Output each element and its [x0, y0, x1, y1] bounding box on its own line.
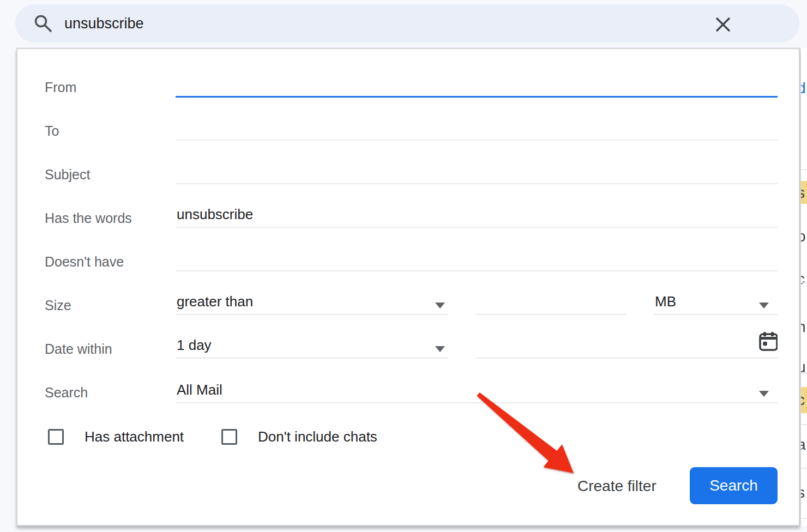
background-text-fragment: o — [801, 228, 806, 245]
row-divider — [801, 468, 807, 469]
from-field[interactable] — [176, 72, 778, 98]
date-input[interactable] — [478, 337, 759, 354]
calendar-icon[interactable] — [759, 332, 778, 354]
search-scope-label: Search — [45, 385, 88, 401]
row-divider — [801, 169, 807, 170]
subject-label: Subject — [45, 167, 90, 183]
background-text-fragment: a — [801, 436, 806, 454]
size-operator-value: greater than — [177, 293, 253, 310]
search-scope-value: All Mail — [177, 382, 222, 398]
subject-field[interactable] — [176, 159, 778, 184]
advanced-search-dialog: From To Subject Has the words Doesn't ha… — [16, 48, 800, 526]
background-text-fragment: c — [801, 270, 805, 288]
chevron-down-icon — [435, 303, 445, 309]
to-label: To — [45, 123, 59, 139]
create-filter-button[interactable]: Create filter — [577, 477, 657, 495]
date-within-label: Date within — [45, 341, 112, 357]
search-icon — [34, 14, 53, 36]
close-icon[interactable] — [713, 15, 733, 34]
background-text-fragment: s — [801, 184, 805, 202]
size-amount-field[interactable] — [477, 290, 626, 315]
size-amount-input[interactable] — [478, 293, 626, 310]
size-label: Size — [45, 298, 71, 313]
chevron-down-icon — [759, 391, 769, 397]
from-label: From — [45, 80, 76, 95]
background-text-fragment: d — [801, 80, 806, 97]
to-field[interactable] — [176, 116, 778, 141]
chevron-down-icon — [435, 346, 445, 352]
doesnt-have-input[interactable] — [177, 250, 778, 267]
search-bar[interactable] — [15, 4, 799, 43]
search-button[interactable]: Search — [690, 467, 778, 504]
subject-input[interactable] — [177, 162, 778, 179]
date-range-dropdown[interactable]: 1 day — [176, 334, 448, 359]
to-input[interactable] — [177, 119, 778, 136]
row-divider — [801, 282, 807, 283]
background-text-fragment: n — [801, 318, 806, 336]
search-scope-dropdown[interactable]: All Mail — [176, 378, 778, 403]
chevron-down-icon — [759, 303, 769, 309]
date-range-value: 1 day — [177, 337, 212, 354]
dont-include-chats-label: Don't include chats — [258, 428, 377, 445]
from-input[interactable] — [177, 75, 778, 92]
has-words-label: Has the words — [45, 210, 132, 226]
has-words-field[interactable] — [176, 203, 778, 228]
background-email-list-sliver: d s o c n u c a s — [801, 48, 807, 526]
dont-include-chats-group[interactable]: Don't include chats — [221, 428, 377, 445]
row-divider — [801, 518, 807, 519]
background-text-fragment: s — [801, 484, 805, 501]
has-attachment-group[interactable]: Has attachment — [48, 428, 184, 445]
row-divider — [801, 373, 807, 374]
date-field[interactable] — [477, 330, 778, 359]
size-unit-dropdown[interactable]: MB — [654, 290, 778, 315]
size-unit-value: MB — [655, 293, 676, 310]
row-divider — [801, 424, 807, 425]
background-text-fragment: c — [801, 391, 805, 409]
has-attachment-checkbox[interactable] — [48, 429, 64, 445]
search-input[interactable] — [64, 4, 664, 43]
dont-include-chats-checkbox[interactable] — [221, 429, 237, 445]
has-attachment-label: Has attachment — [85, 428, 184, 445]
doesnt-have-label: Doesn't have — [45, 254, 124, 270]
has-words-input[interactable] — [177, 206, 778, 223]
size-operator-dropdown[interactable]: greater than — [176, 290, 448, 315]
doesnt-have-field[interactable] — [176, 246, 778, 271]
